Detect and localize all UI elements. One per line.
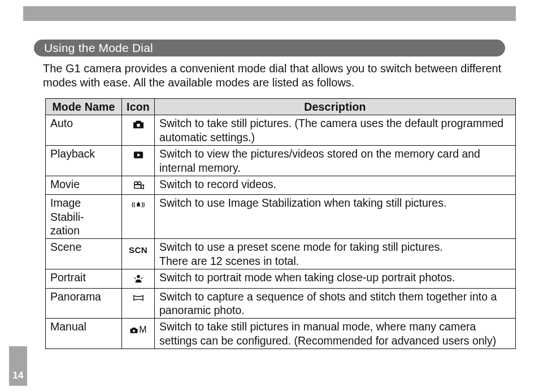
table-row: PanoramaSwitch to capture a sequence of … bbox=[46, 288, 516, 319]
table-row: Image Stabili-zation(())Switch to use Im… bbox=[46, 195, 516, 239]
mode-name-cell: Panorama bbox=[46, 288, 122, 319]
mode-icon-cell: M bbox=[122, 319, 155, 349]
mode-name-cell: Scene bbox=[46, 239, 122, 269]
playback-icon bbox=[132, 150, 145, 160]
movie-camera-icon bbox=[132, 180, 145, 190]
mode-icon-cell bbox=[122, 288, 155, 319]
page-number: 14 bbox=[13, 370, 24, 381]
mode-icon-cell bbox=[122, 176, 155, 194]
mode-table-wrapper: Mode Name Icon Description AutoSwitch to… bbox=[45, 98, 516, 349]
table-row: MovieSwitch to record videos. bbox=[46, 176, 516, 194]
svg-point-8 bbox=[133, 330, 135, 332]
top-gray-bar bbox=[23, 6, 516, 21]
table-row: AutoSwitch to take still pictures. (The … bbox=[46, 115, 516, 146]
intro-paragraph: The G1 camera provides a convenient mode… bbox=[43, 62, 505, 90]
table-row: SceneSCNSwitch to use a preset scene mod… bbox=[46, 239, 516, 269]
svg-rect-4 bbox=[134, 185, 141, 188]
camera-m-icon: M bbox=[129, 322, 146, 336]
table-row: PortraitSwitch to portrait mode when tak… bbox=[46, 269, 516, 288]
header-description: Description bbox=[155, 99, 516, 115]
mode-icon-cell: (()) bbox=[122, 195, 155, 239]
table-row: ManualMSwitch to take still pictures in … bbox=[46, 319, 516, 349]
mode-description-cell: Switch to take still pictures. (The came… bbox=[155, 115, 516, 146]
page-number-tab: 14 bbox=[9, 346, 27, 386]
portrait-person-icon bbox=[132, 273, 145, 284]
panorama-icon bbox=[132, 293, 145, 303]
image-stabilization-icon: (()) bbox=[132, 200, 145, 209]
mode-icon-cell bbox=[122, 115, 155, 146]
mode-name-cell: Manual bbox=[46, 319, 122, 349]
mode-description-cell: Switch to capture a sequence of shots an… bbox=[155, 288, 516, 319]
mode-description-cell: Switch to portrait mode when taking clos… bbox=[155, 269, 516, 288]
section-title-text: Using the Mode Dial bbox=[44, 41, 153, 55]
mode-table: Mode Name Icon Description AutoSwitch to… bbox=[45, 98, 516, 349]
scn-text-icon: SCN bbox=[129, 245, 147, 256]
camera-icon bbox=[132, 119, 145, 129]
mode-description-cell: Switch to record videos. bbox=[155, 176, 516, 194]
mode-icon-cell bbox=[122, 146, 155, 176]
table-row: PlaybackSwitch to view the pictures/vide… bbox=[46, 146, 516, 176]
mode-name-cell: Playback bbox=[46, 146, 122, 176]
svg-point-7 bbox=[137, 275, 140, 278]
mode-name-cell: Portrait bbox=[46, 269, 122, 288]
mode-name-cell: Image Stabili-zation bbox=[46, 195, 122, 239]
mode-icon-cell: SCN bbox=[122, 239, 155, 269]
mode-description-cell: Switch to take still pictures in manual … bbox=[155, 319, 516, 349]
section-title-pill: Using the Mode Dial bbox=[34, 40, 505, 56]
header-mode-name: Mode Name bbox=[46, 99, 122, 115]
svg-text:((: (( bbox=[132, 202, 136, 208]
mode-name-cell: Auto bbox=[46, 115, 122, 146]
mode-name-cell: Movie bbox=[46, 176, 122, 194]
mode-description-cell: Switch to view the pictures/videos store… bbox=[155, 146, 516, 176]
mode-icon-cell bbox=[122, 269, 155, 288]
mode-description-cell: Switch to use a preset scene mode for ta… bbox=[155, 239, 516, 269]
table-header-row: Mode Name Icon Description bbox=[46, 99, 516, 115]
mode-description-cell: Switch to use Image Stabilization when t… bbox=[155, 195, 516, 239]
svg-text:)): )) bbox=[141, 202, 145, 208]
header-icon: Icon bbox=[122, 99, 155, 115]
svg-point-0 bbox=[137, 124, 140, 127]
